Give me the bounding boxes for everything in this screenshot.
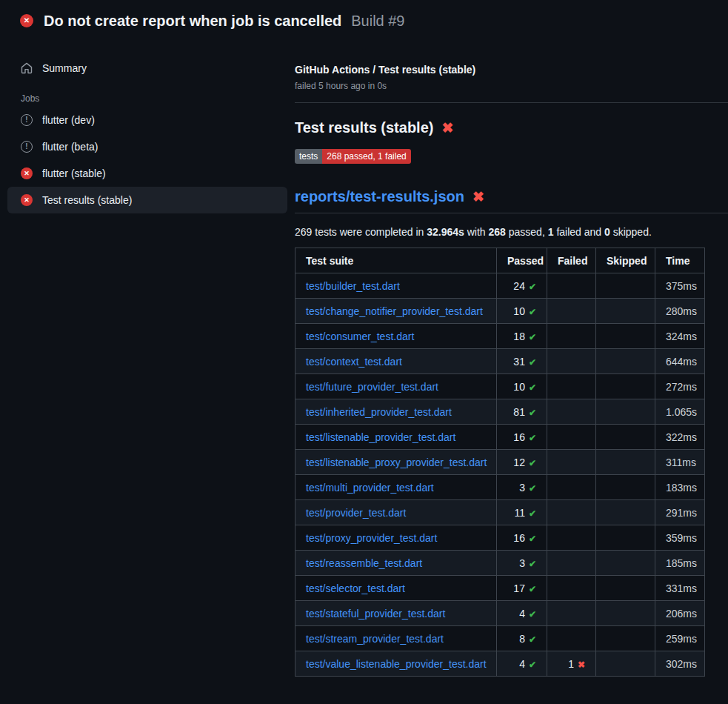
- passed-cell-count: 10: [513, 381, 525, 393]
- sidebar-item-label: Test results (stable): [42, 194, 132, 206]
- suite-cell: test/selector_test.dart: [295, 576, 497, 601]
- summary-text: failed and: [554, 226, 605, 238]
- test-suite-link[interactable]: test/reassemble_test.dart: [306, 557, 422, 569]
- check-icon: ✔: [529, 307, 536, 317]
- failed-cell: [547, 273, 596, 299]
- test-suite-link[interactable]: test/stream_provider_test.dart: [306, 633, 444, 645]
- test-suite-row: test/inherited_provider_test.dart81✔1.06…: [295, 399, 705, 425]
- passed-cell: 24✔: [497, 273, 547, 299]
- tests-summary-line: 269 tests were completed in 32.964s with…: [295, 226, 728, 238]
- divider: [295, 102, 728, 103]
- test-suite-link[interactable]: test/future_provider_test.dart: [306, 381, 438, 393]
- failed-cell: [547, 450, 596, 475]
- suite-cell: test/proxy_provider_test.dart: [295, 525, 497, 551]
- failed-cell-count: 1: [568, 658, 574, 670]
- passed-cell: 18✔: [497, 324, 547, 349]
- skipped-cell: [596, 576, 655, 601]
- test-suite-row: test/proxy_provider_test.dart16✔359ms: [295, 525, 705, 551]
- time-cell: 302ms: [655, 651, 705, 677]
- sidebar-item-label: Summary: [42, 62, 87, 74]
- test-suite-link[interactable]: test/inherited_provider_test.dart: [306, 406, 452, 418]
- passed-cell: 4✔: [497, 601, 547, 626]
- check-icon: ✔: [529, 433, 536, 443]
- test-suite-link[interactable]: test/value_listenable_provider_test.dart: [306, 658, 487, 670]
- check-icon: ✔: [529, 408, 536, 418]
- col-header-test-suite: Test suite: [295, 248, 497, 273]
- check-run-header: ✕ Do not create report when job is cance…: [0, 0, 728, 41]
- x-icon: ✖: [472, 190, 484, 204]
- failed-cell: [547, 601, 596, 626]
- check-icon: ✔: [529, 382, 536, 393]
- skipped-cell: [596, 525, 655, 551]
- sidebar-item-flutter-stable[interactable]: ✕flutter (stable): [7, 160, 287, 187]
- test-suite-link[interactable]: test/context_test.dart: [306, 356, 402, 368]
- sidebar-item-flutter-dev[interactable]: !flutter (dev): [7, 107, 287, 133]
- test-suite-link[interactable]: test/multi_provider_test.dart: [306, 482, 434, 494]
- suite-cell: test/consumer_test.dart: [295, 324, 497, 349]
- summary-text: skipped.: [610, 226, 652, 238]
- sidebar-item-test-results-stable[interactable]: ✕Test results (stable): [7, 187, 287, 213]
- table-header: Test suite Passed Failed Skipped Time: [295, 248, 705, 273]
- check-icon: ✔: [529, 483, 536, 494]
- passed-cell: 8✔: [497, 626, 547, 651]
- main-content: GitHub Actions / Test results (stable) f…: [295, 41, 728, 677]
- report-file-link[interactable]: reports/test-results.json: [295, 188, 464, 205]
- suite-cell: test/provider_test.dart: [295, 500, 497, 525]
- time-value: 272ms: [666, 381, 697, 393]
- time-value: 375ms: [666, 280, 697, 292]
- suite-cell: test/listenable_proxy_provider_test.dart: [295, 450, 497, 475]
- section-title: Test results (stable): [295, 119, 433, 136]
- skipped-cell: [596, 475, 655, 500]
- skipped-cell: [596, 349, 655, 374]
- skipped-cell: [596, 425, 655, 450]
- test-suite-link[interactable]: test/listenable_provider_test.dart: [306, 431, 455, 443]
- test-suite-row: test/provider_test.dart11✔291ms: [295, 500, 705, 525]
- passed-cell: 4✔: [497, 651, 547, 677]
- check-icon: ✔: [529, 559, 536, 569]
- sidebar: Summary Jobs !flutter (dev)!flutter (bet…: [0, 41, 295, 677]
- test-suite-link[interactable]: test/consumer_test.dart: [306, 331, 414, 342]
- test-suite-link[interactable]: test/proxy_provider_test.dart: [306, 532, 437, 544]
- check-icon: ✔: [529, 609, 536, 620]
- test-suite-link[interactable]: test/change_notifier_provider_test.dart: [306, 305, 483, 317]
- run-build-number: Build #9: [351, 13, 404, 29]
- failed-cell: 1✖: [547, 651, 596, 677]
- test-suite-link[interactable]: test/selector_test.dart: [306, 582, 405, 594]
- skipped-cell: [596, 500, 655, 525]
- skipped-cell: [596, 324, 655, 349]
- test-suite-link[interactable]: test/builder_test.dart: [306, 280, 400, 292]
- passed-cell-count: 17: [513, 582, 525, 594]
- passed-cell: 3✔: [497, 475, 547, 500]
- test-suite-row: test/future_provider_test.dart10✔272ms: [295, 374, 705, 399]
- passed-cell-count: 31: [513, 356, 525, 368]
- suite-cell: test/value_listenable_provider_test.dart: [295, 651, 497, 677]
- skipped-cell: [596, 601, 655, 626]
- col-header-skipped: Skipped: [596, 248, 655, 273]
- breadcrumb: GitHub Actions / Test results (stable): [295, 64, 728, 76]
- time-cell: 259ms: [655, 626, 705, 651]
- test-suite-link[interactable]: test/listenable_proxy_provider_test.dart: [306, 456, 487, 468]
- alert-circle-icon: !: [21, 114, 33, 126]
- test-suite-row: test/builder_test.dart24✔375ms: [295, 273, 705, 299]
- time-cell: 206ms: [655, 601, 705, 626]
- sidebar-item-summary[interactable]: Summary: [7, 55, 287, 82]
- passed-cell-count: 3: [519, 557, 525, 569]
- sidebar-item-flutter-beta[interactable]: !flutter (beta): [7, 133, 287, 160]
- time-value: 331ms: [666, 582, 697, 594]
- time-value: 311ms: [666, 456, 696, 468]
- badge-label: tests: [295, 149, 322, 164]
- test-suite-link[interactable]: test/stateful_provider_test.dart: [306, 608, 445, 620]
- failed-cell: [547, 299, 596, 324]
- passed-cell: 3✔: [497, 551, 547, 576]
- time-cell: 272ms: [655, 374, 705, 399]
- time-value: 291ms: [666, 507, 697, 519]
- check-icon: ✔: [529, 508, 536, 519]
- skipped-cell: [596, 374, 655, 399]
- test-suite-link[interactable]: test/provider_test.dart: [306, 507, 406, 519]
- passed-cell: 81✔: [497, 399, 547, 425]
- alert-circle-icon: !: [21, 141, 33, 153]
- time-cell: 1.065s: [655, 399, 705, 425]
- suite-cell: test/context_test.dart: [295, 349, 497, 374]
- time-value: 359ms: [666, 532, 697, 544]
- time-cell: 291ms: [655, 500, 705, 525]
